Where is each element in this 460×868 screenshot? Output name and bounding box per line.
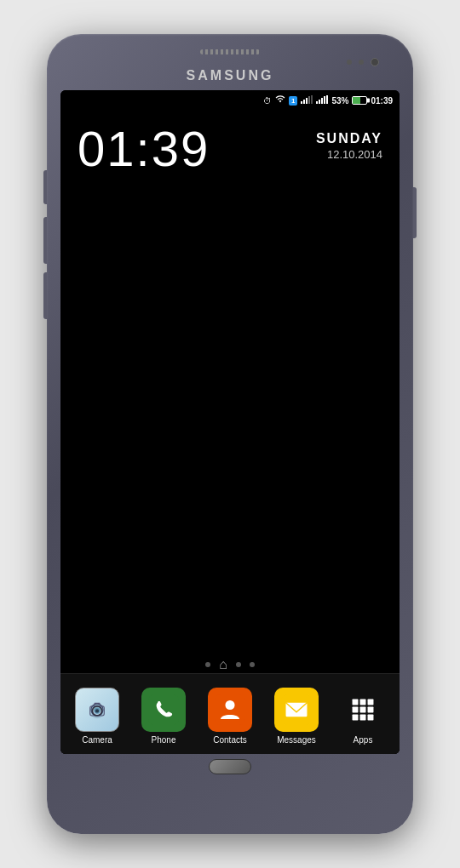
svg-rect-9 [326,95,328,104]
contacts-icon [215,694,245,725]
svg-rect-27 [360,706,366,712]
svg-rect-2 [306,98,308,104]
dock-item-contacts[interactable]: Contacts [199,688,261,745]
svg-rect-28 [368,706,374,712]
apps-label: Apps [354,735,373,745]
brand-logo: SAMSUNG [187,68,274,83]
apps-icon-bg [341,688,385,732]
dock-item-phone[interactable]: Phone [133,688,194,745]
svg-rect-1 [303,100,305,104]
phone-top-bar: SAMSUNG [54,49,406,87]
svg-rect-8 [324,96,325,104]
bixby-button[interactable] [43,272,47,319]
phone-bottom [209,759,251,774]
svg-rect-23 [353,699,359,705]
svg-rect-7 [321,98,323,104]
sensor-dot [347,60,352,65]
signal2-icon [316,95,328,106]
home-icon[interactable]: ⌂ [219,657,227,672]
svg-rect-29 [353,714,359,720]
sensor-dot-2 [359,60,364,65]
phone-shell: SAMSUNG ⏱ 1 [47,34,413,834]
svg-rect-4 [311,95,313,104]
volume-up-button[interactable] [43,170,47,204]
alarm-icon: ⏱ [263,96,272,106]
dock-item-camera[interactable]: Camera [66,688,128,745]
svg-rect-3 [308,96,310,104]
svg-rect-31 [368,714,374,720]
signal1-icon [301,95,313,106]
main-clock: 01:39 [78,124,210,174]
messages-icon-bg [274,688,319,732]
status-bar: ⏱ 1 [60,90,400,111]
volume-down-button[interactable] [43,217,47,264]
wifi-icon [275,95,285,106]
status-time: 01:39 [371,96,393,106]
svg-rect-5 [316,101,318,104]
phone-icon [148,694,179,725]
date-label: 12.10.2014 [316,148,382,161]
dock: Camera Phone [60,673,400,754]
svg-rect-0 [301,101,302,104]
front-camera [371,58,379,66]
camera-icon-bg [75,688,119,732]
dock-item-messages[interactable]: Messages [266,688,327,745]
indicator-dot-2 [236,662,241,667]
phone-icon-bg [141,688,186,732]
indicator-dot-1 [205,662,210,667]
phone-label: Phone [152,735,176,745]
main-content[interactable]: 01:39 SUNDAY 12.10.2014 ⌂ [60,111,400,754]
contacts-label: Contacts [213,735,246,745]
battery-percent: 53% [331,96,348,106]
svg-rect-26 [353,706,359,712]
svg-rect-25 [368,699,374,705]
sim1-icon: 1 [289,96,297,106]
home-indicator-row: ⌂ [60,657,400,672]
top-sensors [64,58,396,66]
svg-rect-24 [360,699,366,705]
svg-point-15 [95,709,99,712]
date-area: SUNDAY 12.10.2014 [316,124,382,161]
home-button[interactable] [209,759,251,774]
contacts-icon-bg [208,688,252,732]
speaker [200,49,260,54]
svg-rect-18 [148,694,179,725]
power-button[interactable] [413,187,417,238]
indicator-dot-3 [250,662,255,667]
svg-point-20 [225,700,234,709]
battery-icon [352,96,367,105]
messages-icon [281,694,312,725]
clock-area: 01:39 SUNDAY 12.10.2014 [60,111,400,174]
camera-label: Camera [82,735,112,745]
day-label: SUNDAY [316,131,382,146]
screen: ⏱ 1 [60,90,400,754]
apps-icon [348,694,378,725]
messages-label: Messages [277,735,316,745]
svg-rect-6 [319,100,320,104]
svg-rect-30 [360,714,366,720]
dock-item-apps[interactable]: Apps [332,688,394,745]
camera-icon [82,694,112,725]
